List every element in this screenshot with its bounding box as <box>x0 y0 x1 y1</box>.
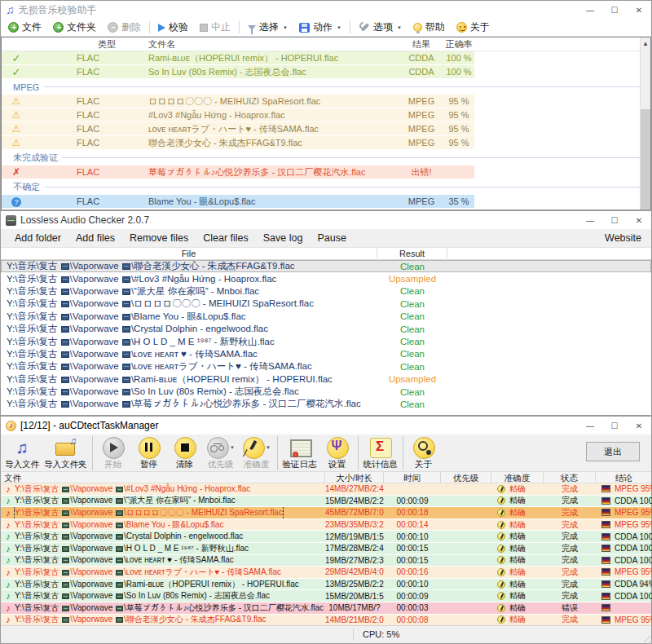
close-button[interactable]: ✕ <box>627 211 651 229</box>
toolbar-button-folder-notes[interactable]: 导入文件夹 <box>42 435 90 471</box>
toolbar-button-filter[interactable]: 选择▼ <box>242 20 293 36</box>
toolbar-button-notes[interactable]: 导入文件 <box>2 435 42 471</box>
toolbar-button-wrench[interactable]: 选项▼ <box>353 20 408 36</box>
maximize-button[interactable]: ☐ <box>602 211 627 229</box>
minimize-button[interactable]: — <box>578 1 602 19</box>
dropdown-arrow-icon[interactable]: ▼ <box>283 25 288 30</box>
spectrum-icon <box>601 545 610 552</box>
file-row[interactable]: Y:\音乐\复古 \Vaporwave \聯合老漢少女心 - 朱成杰FFAG&T… <box>1 260 651 272</box>
column-5[interactable]: 状态 <box>544 472 596 483</box>
file-row[interactable]: ?FLACBlame You - 眼&Lopu$.flacMPEG35 % <box>2 195 474 208</box>
group-header: 不确定 <box>2 182 650 192</box>
menu-item-clear-files[interactable]: Clear files <box>196 232 256 244</box>
file-row[interactable]: Y:\音乐\复古 \Vaporwave \Crystal Dolphin - e… <box>1 323 651 335</box>
column-1[interactable]: 大小/时长 <box>325 472 384 483</box>
minimize-button[interactable]: — <box>578 211 602 229</box>
file-row[interactable]: ⚠FLACロロロロ〇〇〇 - MEIHUIZI SpaResort.flacMP… <box>2 95 474 108</box>
file-row[interactable]: ✓FLACSo In Luv (80s Remix) - 志国夜总会.flacC… <box>2 65 474 78</box>
scroll-thumb[interactable] <box>641 109 650 210</box>
close-button[interactable]: ✕ <box>627 417 651 434</box>
folder-icon <box>61 401 69 408</box>
task-row[interactable]: ♪Y:\音乐\复古 \Vaporwave \Rami-ʙʟᴜᴇ（HOPERUI … <box>1 579 651 591</box>
task-row[interactable]: ♪Y:\音乐\复古 \Vaporwave \H O L D _ M E ¹⁹⁸⁷… <box>1 543 651 555</box>
cell-result: Clean <box>377 362 447 372</box>
column-0[interactable]: 文件 <box>1 472 325 483</box>
column-2[interactable]: 时间 <box>384 472 441 483</box>
file-row[interactable]: Y:\音乐\复古 \Vaporwave \草莓ㇷ゚ガ゚ㇰ゚ㇳ゚ㇽ゚♪心悦沙养乐多… <box>1 398 651 410</box>
menu-item-website[interactable]: Website <box>601 232 645 244</box>
column-4[interactable]: 准确度 <box>491 472 544 483</box>
column-file[interactable]: File <box>1 249 377 258</box>
file-row[interactable]: ⚠FLACʟᴏᴠᴇ ʜᴇᴀʀᴛラブ・ハート♥ - 传琦SAMA.flacMPEG… <box>2 122 474 135</box>
toolbar-button-tuning-fork[interactable]: 设置 <box>319 435 355 471</box>
menu-item-add-folder[interactable]: Add folder <box>7 232 68 244</box>
file-row[interactable]: Y:\音乐\复古 \Vaporwave \Blame You - 眼&Lopu$… <box>1 311 651 323</box>
task-row[interactable]: ♪Y:\音乐\复古 \Vaporwave \“派大星 你在家吗” - Mnboi… <box>1 496 651 508</box>
toolbar-button-label: 删除 <box>121 20 141 34</box>
exit-button[interactable]: 退出 <box>586 442 640 461</box>
menu-item-remove-files[interactable]: Remove files <box>122 232 196 244</box>
toolbar-button-stop-circle[interactable]: 清除 <box>167 435 203 471</box>
dropdown-arrow-icon[interactable]: ▼ <box>397 25 402 30</box>
toolbar-button-save[interactable]: 动作▼ <box>293 20 347 36</box>
column-result[interactable]: Result <box>377 249 447 258</box>
column-6[interactable]: 结论 <box>596 472 652 483</box>
toolbar-button-play[interactable]: 校验 <box>152 20 194 36</box>
menu-item-pause[interactable]: Pause <box>310 232 353 244</box>
close-button[interactable]: ✕ <box>627 1 651 19</box>
task-row[interactable]: ♪Y:\音乐\复古 \Vaporwave \Blame You - 眼&Lopu… <box>1 519 651 532</box>
task-row[interactable]: ♪Y:\音乐\复古 \Vaporwave \聯合老漢少女心 - 朱成杰FFAG&… <box>1 615 651 627</box>
cell-status: 完成 <box>544 554 596 566</box>
toolbar-button-microscope[interactable]: ▼准确度 <box>239 435 275 471</box>
maximize-button[interactable]: ☐ <box>602 1 627 19</box>
resize-grip[interactable] <box>641 633 650 642</box>
task-row[interactable]: ♪Y:\音乐\复古 \Vaporwave \ʟᴏᴠᴇ ʜᴇᴀʀᴛ ♥ - 传琦S… <box>1 555 651 567</box>
column-3[interactable]: 优先级 <box>441 472 491 483</box>
minimize-button[interactable]: — <box>578 417 602 434</box>
toolbar-button-stop[interactable]: 中止 <box>194 20 236 36</box>
maximize-button[interactable]: ☐ <box>602 417 627 434</box>
file-row[interactable]: Y:\音乐\复古 \Vaporwave \ʟᴏᴠᴇ ʜᴇᴀʀᴛ ♥ - 传琦SA… <box>1 348 651 360</box>
dropdown-arrow-icon[interactable]: ▼ <box>337 25 341 30</box>
file-row[interactable]: Y:\音乐\复古 \Vaporwave \ロロロロ〇〇〇 - MEIHUIZI … <box>1 298 651 310</box>
file-row[interactable]: Y:\音乐\复古 \Vaporwave \So In Luv (80s Remi… <box>1 386 651 398</box>
file-row[interactable]: ✗FLAC草莓ㇷ゚ガ゚ㇰ゚ㇳ゚ㇽ゚♪心悦沙养乐多 - 汉口二厂樱花汽水.flac… <box>2 165 474 179</box>
file-row[interactable]: Y:\音乐\复古 \Vaporwave \ʟᴏᴠᴇ ʜᴇᴀʀᴛラブ・ハート♥ -… <box>1 360 651 373</box>
task-row[interactable]: ♪Y:\音乐\复古 \Vaporwave \#Lov3 #Ngẫu Hứng -… <box>1 483 651 496</box>
toolbar-button-play-circle[interactable]: 开始 <box>95 435 131 471</box>
cell-file: Y:\音乐\复古 \Vaporwave \Blame You - 眼&Lopu$… <box>1 311 377 323</box>
task-row[interactable]: ♪Y:\音乐\复古 \Vaporwave \草莓ㇷ゚ガ゚ㇰ゚ㇳ゚ㇽ゚♪心悦沙养乐… <box>1 602 651 615</box>
toolbar-button-smiley[interactable]: 关于 <box>451 20 496 36</box>
scroll-up-arrow-icon[interactable]: ▲ <box>641 37 650 50</box>
toolbar-button-magnifier[interactable]: 关于 <box>406 435 442 471</box>
cell-filename: Blame You - 眼&Lopu$.flac <box>147 196 399 208</box>
dropdown-arrow-icon[interactable]: ▼ <box>230 445 235 450</box>
toolbar-button-sigma[interactable]: 统计信息 <box>361 435 400 471</box>
toolbar-button-pause-circle[interactable]: 暂停 <box>131 435 167 471</box>
group-line <box>63 157 644 158</box>
file-row[interactable]: ⚠FLAC聯合老漢少女心 - 朱成杰FFAG&T9.flacMPEG95 % <box>2 136 474 149</box>
toolbar-button-remove-circle[interactable]: 删除 <box>102 20 147 36</box>
titlebar-win2: Lossless Audio Checker 2.0.7 — ☐ ✕ <box>1 211 651 229</box>
folder-icon <box>122 263 130 270</box>
file-row[interactable]: ✓FLACRami-ʙʟᴜᴇ（HOPERUI remix） - HOPERUI.… <box>2 51 474 64</box>
menu-item-add-files[interactable]: Add files <box>68 232 122 244</box>
toolbar-button-add-circle[interactable]: 文件 <box>2 20 47 36</box>
file-row[interactable]: Y:\音乐\复古 \Vaporwave \H O L D _ M E ¹⁹⁸⁷ … <box>1 335 651 347</box>
menu-item-save-log[interactable]: Save log <box>256 232 311 244</box>
toolbar-button-add-circle[interactable]: 文件夹 <box>47 20 102 36</box>
task-row[interactable]: ♪Y:\音乐\复古 \Vaporwave \ʟᴏᴠᴇ ʜᴇᴀʀᴛラブ・ハート♥ … <box>1 567 651 579</box>
task-row[interactable]: ♪Y:\音乐\复古 \Vaporwave \Crystal Dolphin - … <box>1 531 651 543</box>
scrollbar-vertical[interactable]: ▲ <box>640 37 650 210</box>
file-row[interactable]: Y:\音乐\复古 \Vaporwave \Rami-ʙʟᴜᴇ（HOPERUI r… <box>1 373 651 386</box>
cell-file: Y:\音乐\复古 \Vaporwave \Rami-ʙʟᴜᴇ（HOPERUI r… <box>1 373 377 386</box>
file-row[interactable]: Y:\音乐\复古 \Vaporwave \#Lov3 #Ngẫu Hứng - … <box>1 272 651 285</box>
toolbar-button-bicycle[interactable]: ▼优先级 <box>203 435 239 471</box>
dropdown-arrow-icon[interactable]: ▼ <box>266 445 271 450</box>
toolbar-button-bulb[interactable]: 帮助 <box>408 20 451 36</box>
task-row[interactable]: ♪Y:\音乐\复古 \Vaporwave \ロロロロ〇〇〇 - MEIHUIZI… <box>1 507 651 519</box>
toolbar-button-certificate[interactable]: 验证日志 <box>280 435 319 471</box>
file-row[interactable]: Y:\音乐\复古 \Vaporwave \“派大星 你在家吗” - Mnboi.… <box>1 285 651 298</box>
file-row[interactable]: ⚠FLAC#Lov3 #Ngẫu Hứng - Hoaprox.flacMPEG… <box>2 108 474 121</box>
task-row[interactable]: ♪Y:\音乐\复古 \Vaporwave \So In Luv (80s Rem… <box>1 590 651 602</box>
